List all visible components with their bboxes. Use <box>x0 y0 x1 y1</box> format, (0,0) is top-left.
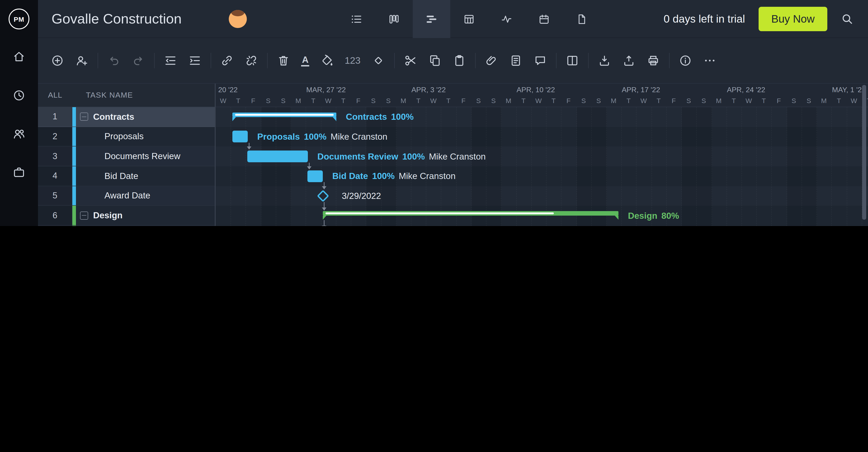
notes-icon[interactable] <box>509 54 522 67</box>
task-table-panel: ALL TASK NAME 1Contracts2Proposals3Docum… <box>38 84 216 226</box>
text-color-icon[interactable]: A <box>301 55 309 66</box>
sheet-view-icon <box>463 13 475 25</box>
bar-label: Bid Date100%Mike Cranston <box>332 166 456 186</box>
export-icon[interactable] <box>622 54 636 67</box>
gantt-row-2: Proposals100%Mike Cranston <box>216 127 868 147</box>
timeline-day-label: S <box>591 95 606 107</box>
comment-icon[interactable] <box>533 54 547 67</box>
task-row-3[interactable]: 3Documents Review <box>38 147 215 166</box>
vertical-scrollbar[interactable] <box>862 85 866 220</box>
project-owner-avatar[interactable] <box>229 10 247 28</box>
row-number: 2 <box>38 127 72 146</box>
summary-bar[interactable] <box>232 112 336 117</box>
task-name-text: Award Date <box>104 191 150 201</box>
task-bar[interactable] <box>232 131 248 142</box>
indent-icon[interactable] <box>188 54 202 67</box>
tab-board-view[interactable] <box>375 0 413 38</box>
task-bar[interactable] <box>247 151 308 162</box>
gantt-chart-body: Contracts100%Proposals100%Mike CranstonD… <box>216 107 868 226</box>
delete-icon[interactable] <box>277 54 290 67</box>
milestone-diamond[interactable] <box>317 190 329 202</box>
bar-label: Design80% <box>628 206 679 226</box>
tab-doc-view[interactable] <box>563 0 600 38</box>
unlink-tasks-icon[interactable] <box>245 54 258 67</box>
task-row-7[interactable]: 7Feasibility Study <box>38 226 215 226</box>
task-row-1[interactable]: 1Contracts <box>38 107 215 127</box>
bar-label: 3/29/2022 <box>342 186 381 206</box>
row-number: 7 <box>38 226 72 226</box>
print-icon[interactable] <box>646 54 660 67</box>
trial-countdown: 0 days left in trial <box>664 13 745 25</box>
buy-now-button[interactable]: Buy Now <box>758 7 827 31</box>
summary-bar[interactable] <box>323 211 618 216</box>
summary-progress-line <box>326 213 554 215</box>
row-number: 3 <box>38 147 72 166</box>
paste-icon[interactable] <box>452 54 466 67</box>
timeline-day-label: T <box>441 95 456 107</box>
tab-activity-view[interactable] <box>488 0 525 38</box>
timeline-day-label: S <box>801 95 816 107</box>
collapse-icon[interactable] <box>80 211 88 220</box>
search-icon[interactable] <box>841 13 854 25</box>
timeline-day-label: M <box>396 95 411 107</box>
pm-logo[interactable]: PM <box>0 0 38 38</box>
recent-icon[interactable] <box>12 89 26 102</box>
team-icon[interactable] <box>12 127 26 140</box>
number-format-icon[interactable]: 123 <box>345 55 361 66</box>
main-content: ALL TASK NAME 1Contracts2Proposals3Docum… <box>38 83 868 226</box>
home-icon[interactable] <box>12 50 26 63</box>
task-row-6[interactable]: 6Design <box>38 206 215 225</box>
assign-user-icon[interactable] <box>75 54 89 67</box>
timeline-day-label: T <box>831 95 846 107</box>
copy-icon[interactable] <box>428 54 441 67</box>
info-icon[interactable] <box>678 54 692 67</box>
task-row-2[interactable]: 2Proposals <box>38 127 215 147</box>
outdent-icon[interactable] <box>164 54 177 67</box>
toolbar-divider <box>211 53 211 68</box>
timeline-day-label: S <box>696 95 711 107</box>
collapse-icon[interactable] <box>80 113 88 121</box>
timeline-day-label: S <box>486 95 501 107</box>
import-icon[interactable] <box>597 54 611 67</box>
row-color-strip <box>72 206 76 225</box>
timeline-day-label: T <box>546 95 561 107</box>
timeline-day-label: S <box>576 95 591 107</box>
filter-all-label[interactable]: ALL <box>38 91 72 100</box>
row-number: 4 <box>38 166 72 186</box>
table-header: ALL TASK NAME <box>38 84 215 107</box>
timeline-day-label: S <box>381 95 396 107</box>
attachment-icon[interactable] <box>485 54 498 67</box>
task-row-4[interactable]: 4Bid Date <box>38 166 215 186</box>
link-tasks-icon[interactable] <box>220 54 234 67</box>
task-name-text: Bid Date <box>104 171 138 181</box>
row-color-strip <box>72 107 76 126</box>
portfolio-icon[interactable] <box>12 165 26 179</box>
timeline-day-label: T <box>306 95 321 107</box>
top-right-controls: 0 days left in trial Buy Now <box>664 0 868 38</box>
task-row-5[interactable]: 5Award Date <box>38 186 215 206</box>
milestone-icon[interactable] <box>371 54 385 67</box>
row-color-strip <box>72 147 76 166</box>
redo-icon[interactable] <box>131 54 145 67</box>
tab-calendar-view[interactable] <box>525 0 563 38</box>
timeline-day-label: M <box>291 95 306 107</box>
gantt-chart-panel: MAR, 20 '22MAR, 27 '22APR, 3 '22APR, 10 … <box>216 84 868 226</box>
gantt-toolbar: A 123 <box>38 38 868 83</box>
cut-icon[interactable] <box>403 54 417 67</box>
row-color-strip <box>72 166 76 186</box>
tab-sheet-view[interactable] <box>450 0 488 38</box>
task-name-cell: Documents Review <box>76 147 215 166</box>
timeline-day-label: F <box>666 95 681 107</box>
add-task-icon[interactable] <box>51 54 64 67</box>
columns-icon[interactable] <box>565 54 579 67</box>
tab-list-view[interactable] <box>338 0 375 38</box>
task-bar[interactable] <box>307 170 323 182</box>
timeline-day-label: W <box>216 95 230 107</box>
more-options-icon[interactable] <box>703 54 716 67</box>
fill-color-icon[interactable] <box>320 54 334 67</box>
timeline-day-label: W <box>741 95 756 107</box>
row-number: 6 <box>38 206 72 225</box>
tab-gantt-view[interactable] <box>413 0 450 38</box>
gantt-row-6: Design80% <box>216 206 868 226</box>
undo-icon[interactable] <box>107 54 121 67</box>
